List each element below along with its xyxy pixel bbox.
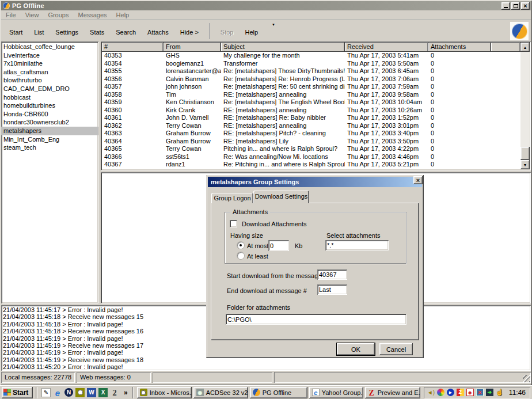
window-titlebar[interactable]: PG Offline ×: [1, 1, 531, 10]
message-row-40364[interactable]: 40364Graham BurrowRE: [metalshapers] Lil…: [102, 138, 520, 146]
menu-file[interactable]: File: [1, 12, 21, 18]
message-row-40355[interactable]: 40355lorenastancarter@a...Re: [metalshap…: [102, 67, 520, 75]
end-download-label: End download at message #: [227, 287, 307, 295]
at-least-radio[interactable]: [237, 252, 244, 259]
column-header-from[interactable]: From: [164, 43, 221, 52]
size-input[interactable]: [268, 240, 289, 251]
task-button-inbox-micros[interactable]: Inbox - Micros...: [137, 387, 192, 398]
group-item-hondarc30ownersclub2[interactable]: hondarc30ownersclub2: [1, 118, 98, 127]
message-row-40367[interactable]: 40367rdanz1Re: Pitching in... and where …: [102, 161, 520, 169]
internet-explorer-icon[interactable]: e: [53, 388, 62, 397]
task-button-pg-offline[interactable]: PG Offline: [250, 387, 307, 398]
task-button-yahoo-group[interactable]: eYahoo! Group...: [309, 387, 363, 398]
maximize-button[interactable]: [511, 2, 520, 10]
hand-icon[interactable]: ☝: [496, 389, 503, 396]
toolbar-settings-button[interactable]: Settings: [50, 26, 84, 38]
message-row-40365[interactable]: 40365Terry CowanPitching in... and where…: [102, 145, 520, 153]
display-color-icon[interactable]: [437, 389, 444, 396]
message-row-40354[interactable]: 40354boogiemanz1TransformerThu Apr 17, 2…: [102, 60, 520, 68]
group-item-metalshapers[interactable]: metalshapers: [1, 127, 98, 135]
group-item-cad-cam-edm-dro[interactable]: CAD_CAM_EDM_DRO: [1, 85, 98, 93]
folder-input[interactable]: [226, 314, 406, 325]
toolbar-hide-button[interactable]: Hide >: [174, 26, 204, 38]
group-item-honda-cbr600[interactable]: Honda-CBR600: [1, 110, 98, 119]
message-row-40360[interactable]: 40360Kirk CrankRE: [metalshapers] anneal…: [102, 107, 520, 115]
cell-from: sst56ts1: [164, 153, 221, 161]
toolbar-help-button[interactable]: Help: [239, 26, 264, 38]
column-header-number[interactable]: #: [102, 43, 164, 52]
download-attachments-checkbox[interactable]: [230, 220, 237, 227]
column-header-received[interactable]: Received: [345, 43, 428, 52]
netscape-icon[interactable]: N: [64, 388, 73, 397]
zonealarm-icon[interactable]: Z: [457, 389, 464, 396]
new-message-icon[interactable]: ✎: [41, 388, 51, 397]
tab-download-settings[interactable]: Download Settings: [253, 191, 309, 203]
cell-received: Thu Apr 17, 2003 10:26am: [345, 107, 428, 115]
outlook-icon[interactable]: [75, 388, 85, 397]
taskbar-clock: 11:46: [509, 389, 526, 397]
message-row-40359[interactable]: 40359Ken ChristiansonRe: [metalshapers] …: [102, 98, 520, 107]
message-row-40356[interactable]: 40356Calvin BanmanRe: [metalshapers] Re:…: [102, 75, 520, 83]
end-message-input[interactable]: [317, 284, 347, 295]
select-attachments-input[interactable]: [325, 240, 389, 250]
group-item-min-int-comb-eng[interactable]: Min_Int_Comb_Eng: [1, 135, 98, 144]
ok-button[interactable]: OK: [337, 343, 375, 355]
ie-page-icon: e: [312, 389, 320, 396]
toolbar-list-button[interactable]: List: [28, 26, 50, 38]
message-row-40366[interactable]: 40366sst56ts1Re: Was annealing/Now Mi. l…: [102, 153, 520, 161]
message-row-40363[interactable]: 40363Graham BurrowRE: [metalshapers] Pit…: [102, 130, 520, 138]
tab-group-logon[interactable]: Group Logon: [211, 193, 253, 203]
dialog-close-button[interactable]: ×: [413, 176, 423, 184]
mail-alert-icon[interactable]: ☻: [466, 389, 474, 396]
group-item-homebuildturbines[interactable]: homebuildturbines: [1, 101, 98, 110]
cancel-button[interactable]: Cancel: [379, 343, 413, 355]
quick-launch-overflow-chevron[interactable]: »: [122, 389, 130, 397]
menu-view[interactable]: View: [21, 12, 44, 18]
start-button[interactable]: Start: [2, 387, 33, 398]
group-item-atlas-craftsman[interactable]: atlas_craftsman: [1, 68, 98, 77]
at-most-label: At most: [247, 242, 268, 250]
close-button[interactable]: ×: [521, 2, 530, 10]
attachments-legend: Attachments: [230, 209, 270, 215]
scroll-down-button[interactable]: ▼: [520, 160, 530, 169]
group-item-7x10minilathe[interactable]: 7x10minilathe: [1, 59, 98, 68]
excel-icon[interactable]: X: [98, 388, 108, 397]
group-item-steam-tech[interactable]: steam_tech: [1, 143, 98, 152]
task-button-acdsee-32-v2[interactable]: ◉ACDSee 32 v2...: [193, 387, 248, 398]
toolbar-start-button[interactable]: Start: [3, 26, 28, 38]
table-scrollbar[interactable]: ▲ ▼: [520, 43, 530, 169]
help-dropdown-arrow-icon[interactable]: ▼: [272, 23, 275, 26]
start-message-input[interactable]: [317, 269, 347, 280]
groups-list[interactable]: Hobbicast_coffee_loungeLiveInterface7x10…: [1, 41, 98, 303]
message-row-40362[interactable]: 40362Terry CowanRE: [metalshapers] annea…: [102, 122, 520, 130]
message-row-40361[interactable]: 40361John D. VarnellRE: [metalshapers] R…: [102, 114, 520, 122]
media-player-icon[interactable]: ▶: [447, 389, 454, 396]
group-item-liveinterface[interactable]: LiveInterface: [1, 51, 98, 60]
group-item-blowthruturbo[interactable]: blowthruturbo: [1, 76, 98, 85]
word-icon[interactable]: W: [87, 388, 96, 397]
scroll-up-button[interactable]: ▲: [520, 43, 530, 52]
volume-icon[interactable]: ◄): [427, 389, 435, 396]
sync-icon[interactable]: ➜: [486, 389, 493, 396]
toolbar-stats-button[interactable]: Stats: [84, 26, 110, 38]
menu-groups[interactable]: Groups: [43, 12, 73, 18]
scrollbar-thumb[interactable]: [520, 147, 530, 160]
network-offline-icon[interactable]: ✕: [476, 389, 484, 396]
menu-messages[interactable]: Messages: [73, 12, 111, 18]
toolbar-search-button[interactable]: Search: [110, 26, 142, 38]
task-button-preview-and-e[interactable]: ZPreview and E...: [365, 387, 420, 398]
menu-help[interactable]: Help: [112, 12, 134, 18]
column-header-attachments[interactable]: Attachments: [428, 43, 491, 52]
message-row-40353[interactable]: 40353GHSMy challenge for the monthThu Ap…: [102, 52, 520, 60]
toolbar-attachs-button[interactable]: Attachs: [142, 26, 174, 38]
column-header-subject[interactable]: Subject: [221, 43, 345, 52]
resize-grip[interactable]: [523, 375, 530, 382]
group-item-hobbicast-coffee-lounge[interactable]: Hobbicast_coffee_lounge: [1, 43, 98, 51]
message-row-40358[interactable]: 40358TimRE: [metalshapers] annealingThu …: [102, 91, 520, 99]
minimize-button[interactable]: [501, 2, 510, 10]
message-row-40357[interactable]: 40357john johnsonRe: [metalshapers] Re: …: [102, 83, 520, 91]
two-icon[interactable]: 2: [110, 388, 119, 397]
at-most-radio[interactable]: [237, 242, 244, 249]
dialog-titlebar[interactable]: metalshapers Group Settings: [208, 177, 422, 187]
group-item-hobbicast[interactable]: hobbicast: [1, 93, 98, 102]
